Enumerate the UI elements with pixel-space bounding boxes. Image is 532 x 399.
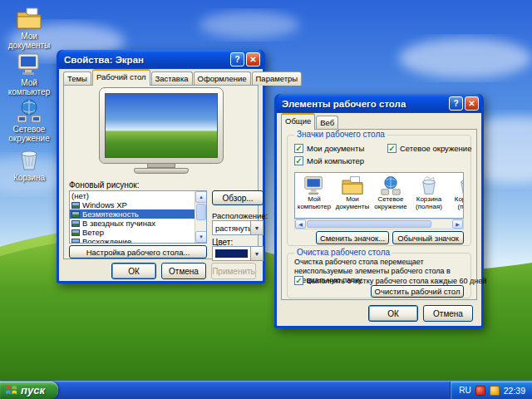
- default-icon-button[interactable]: Обычный значок: [392, 231, 464, 244]
- taskbar-clock[interactable]: 22:39: [504, 386, 525, 396]
- start-button[interactable]: пуск: [0, 382, 58, 399]
- desktop-cleanup-group: Очистка рабочего стола Очистка рабочего …: [287, 253, 471, 298]
- position-label: Расположение:: [212, 211, 268, 220]
- wallpaper-thumb-icon: [71, 202, 80, 209]
- checkbox-cleanup-schedule[interactable]: Выполнять очистку рабочего стола каждые …: [294, 276, 486, 285]
- desktop-icon-my-computer[interactable]: Мой компьютер: [3, 52, 55, 96]
- color-swatch: [215, 249, 248, 258]
- desktop-icon-my-documents[interactable]: Мои документы: [3, 7, 55, 50]
- system-tray: RU 22:39: [450, 382, 532, 399]
- tab-appearance[interactable]: Оформление: [194, 71, 251, 86]
- wallpaper-list-scrollbar[interactable]: [195, 191, 206, 243]
- display-dialog-title: Свойства: Экран: [64, 55, 229, 65]
- tab-desktop[interactable]: Рабочий стол: [92, 69, 150, 86]
- tab-web[interactable]: Веб: [316, 116, 338, 130]
- desktop-icons-group: Значки рабочего стола Мои документы Сете…: [287, 135, 471, 246]
- network-icon: [16, 98, 42, 123]
- display-properties-dialog: Свойства: Экран Темы Рабочий стол Застав…: [57, 50, 265, 283]
- icon-item-my-documents[interactable]: Мои документы: [333, 173, 372, 218]
- tab-general[interactable]: Общие: [281, 113, 315, 130]
- tab-themes[interactable]: Темы: [63, 71, 91, 86]
- desktop-icon-label: Мои документы: [3, 32, 55, 50]
- icon-item-recycle-empty[interactable]: Корзина (пуста: [448, 173, 464, 218]
- desktop-icon-label: Мой компьютер: [3, 78, 55, 96]
- scrollbar-thumb[interactable]: [196, 204, 206, 220]
- icon-item-network[interactable]: Сетевое окружение: [372, 173, 410, 218]
- checkbox-icon[interactable]: [294, 156, 303, 165]
- apply-button: Применить: [211, 263, 256, 279]
- items-dialog-title: Элементы рабочего стола: [282, 99, 447, 109]
- scroll-right-icon[interactable]: [452, 219, 463, 229]
- wallpaper-thumb-icon: [71, 239, 80, 244]
- desktop: Мои документы Мой компьютер Сетевое окру…: [0, 0, 532, 399]
- wallpaper-preview: [99, 87, 224, 174]
- checkbox-my-computer[interactable]: Мой компьютер: [294, 156, 364, 165]
- wallpaper-preview-screen: [105, 93, 218, 158]
- language-indicator[interactable]: RU: [459, 386, 470, 395]
- checkbox-icon[interactable]: [387, 144, 397, 153]
- wallpaper-thumb-icon: [71, 211, 80, 218]
- desktop-icon-recycle-bin[interactable]: Корзина: [3, 146, 55, 182]
- background-label: Фоновый рисунок:: [69, 180, 140, 190]
- wallpaper-item[interactable]: Ветер: [70, 228, 195, 237]
- scrollbar-thumb[interactable]: [307, 220, 431, 228]
- color-combobox[interactable]: [212, 246, 264, 261]
- position-combobox[interactable]: растянуть: [212, 220, 264, 235]
- cancel-button[interactable]: Отмена: [161, 263, 206, 279]
- help-button[interactable]: [230, 52, 244, 66]
- ok-button[interactable]: ОК: [368, 305, 418, 322]
- wallpaper-item-selected[interactable]: Безмятежность: [70, 209, 195, 219]
- wallpaper-list[interactable]: (нет) Windows XP Безмятежность В звездны…: [69, 190, 207, 244]
- tray-updates-icon[interactable]: [490, 386, 500, 396]
- recycle-bin-icon: [17, 146, 42, 171]
- checkbox-icon[interactable]: [294, 144, 303, 153]
- recycle-bin-full-icon: [417, 175, 441, 195]
- cancel-button[interactable]: Отмена: [423, 305, 473, 322]
- my-computer-icon: [303, 175, 326, 195]
- checkbox-network[interactable]: Сетевое окружение: [387, 144, 471, 153]
- chevron-down-icon[interactable]: [250, 221, 263, 234]
- general-tab-page: Значки рабочего стола Мои документы Сете…: [281, 129, 477, 300]
- desktop-icon-network[interactable]: Сетевое окружение: [3, 98, 55, 143]
- cleanup-group-title: Очистка рабочего стола: [294, 248, 392, 257]
- tab-screensaver[interactable]: Заставка: [151, 71, 193, 86]
- display-dialog-titlebar[interactable]: Свойства: Экран: [59, 50, 263, 69]
- scroll-up-icon[interactable]: [195, 191, 207, 203]
- wallpaper-item[interactable]: (нет): [70, 191, 195, 200]
- icon-item-my-computer[interactable]: Мой компьютер: [295, 173, 333, 218]
- icon-listbox[interactable]: Мой компьютер Мои документы: [294, 172, 464, 219]
- wallpaper-item[interactable]: Windows XP: [70, 200, 195, 209]
- close-button[interactable]: [246, 52, 260, 66]
- icon-list-scrollbar[interactable]: [294, 219, 464, 229]
- ok-button[interactable]: ОК: [111, 263, 156, 279]
- desktop-icons-group-title: Значки рабочего стола: [294, 130, 387, 139]
- items-dialog-titlebar[interactable]: Элементы рабочего стола: [277, 94, 481, 113]
- checkbox-my-documents[interactable]: Мои документы: [294, 144, 364, 153]
- desktop-icon-label: Сетевое окружение: [3, 125, 55, 143]
- wallpaper-item[interactable]: В звездных пучинах: [70, 219, 195, 228]
- items-dialog-tabs: Общие Веб: [281, 116, 477, 130]
- help-button[interactable]: [449, 96, 463, 111]
- wallpaper-thumb-icon: [71, 229, 80, 236]
- scroll-down-icon[interactable]: [195, 231, 207, 243]
- tray-security-icon[interactable]: [475, 386, 485, 396]
- close-button[interactable]: [465, 96, 479, 111]
- icon-item-recycle-full[interactable]: Корзина (полная): [410, 173, 448, 218]
- my-computer-icon: [17, 52, 42, 76]
- my-documents-icon: [341, 175, 364, 195]
- checkbox-icon[interactable]: [294, 276, 303, 285]
- chevron-down-icon[interactable]: [250, 247, 263, 260]
- scroll-left-icon[interactable]: [295, 219, 306, 229]
- change-icon-button[interactable]: Сменить значок...: [316, 231, 389, 244]
- windows-logo-icon: [5, 385, 17, 396]
- start-button-label: пуск: [21, 384, 45, 397]
- cleanup-now-button[interactable]: Очистить рабочий стол: [371, 285, 464, 298]
- desktop-items-dialog: Элементы рабочего стола Общие Веб Значки…: [274, 94, 484, 328]
- desktop-tab-page: Фоновый рисунок: (нет) Windows XP Безмят…: [63, 85, 259, 259]
- desktop-icon-label: Корзина: [3, 173, 55, 182]
- tab-settings[interactable]: Параметры: [252, 71, 303, 86]
- wallpaper-item[interactable]: Восхождение: [70, 237, 195, 243]
- my-documents-icon: [16, 7, 42, 30]
- customize-desktop-button[interactable]: Настройка рабочего стола...: [69, 245, 207, 259]
- browse-button[interactable]: Обзор...: [212, 190, 264, 205]
